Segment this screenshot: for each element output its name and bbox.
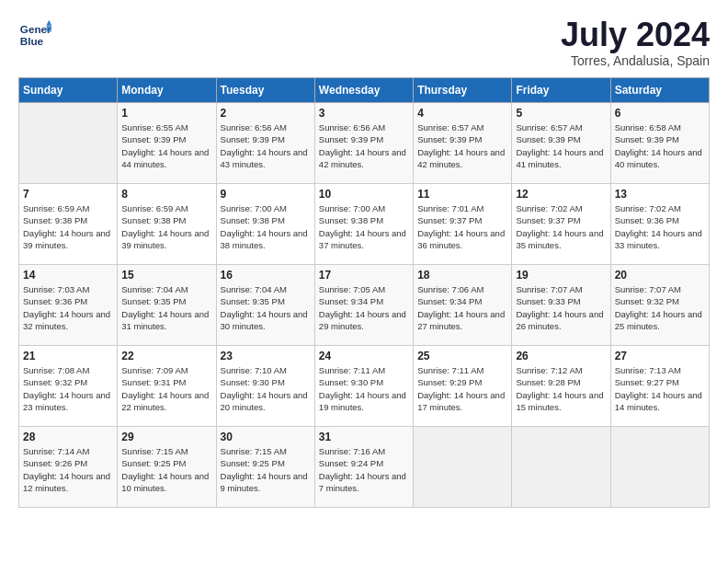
calendar-cell: 1 Sunrise: 6:55 AMSunset: 9:39 PMDayligh…: [118, 103, 216, 184]
day-number: 13: [615, 188, 705, 201]
calendar-cell: [19, 103, 118, 184]
day-number: 3: [319, 107, 409, 120]
day-number: 4: [417, 107, 507, 120]
weekday-header-saturday: Saturday: [610, 78, 709, 103]
calendar-cell: 17 Sunrise: 7:05 AMSunset: 9:34 PMDaylig…: [314, 265, 413, 346]
cell-info: Sunrise: 7:04 AMSunset: 9:35 PMDaylight:…: [121, 284, 209, 331]
cell-info: Sunrise: 7:00 AMSunset: 9:38 PMDaylight:…: [221, 203, 308, 250]
cell-info: Sunrise: 7:10 AMSunset: 9:30 PMDaylight:…: [221, 365, 308, 412]
month-year-title: July 2024: [561, 18, 710, 52]
calendar-cell: 28 Sunrise: 7:14 AMSunset: 9:26 PMDaylig…: [19, 427, 118, 508]
calendar-cell: 10 Sunrise: 7:00 AMSunset: 9:38 PMDaylig…: [314, 184, 413, 265]
cell-info: Sunrise: 6:59 AMSunset: 9:38 PMDaylight:…: [121, 203, 209, 250]
calendar-cell: 19 Sunrise: 7:07 AMSunset: 9:33 PMDaylig…: [512, 265, 610, 346]
day-number: 27: [615, 350, 705, 362]
cell-info: Sunrise: 7:16 AMSunset: 9:24 PMDaylight:…: [319, 446, 406, 493]
day-number: 17: [319, 269, 409, 282]
day-number: 19: [516, 269, 606, 282]
cell-info: Sunrise: 7:15 AMSunset: 9:25 PMDaylight:…: [121, 446, 209, 493]
day-number: 1: [121, 107, 211, 120]
day-number: 25: [417, 350, 507, 362]
day-number: 24: [319, 350, 409, 362]
calendar-cell: 20 Sunrise: 7:07 AMSunset: 9:32 PMDaylig…: [610, 265, 709, 346]
calendar-cell: 8 Sunrise: 6:59 AMSunset: 9:38 PMDayligh…: [118, 184, 216, 265]
calendar-cell: 21 Sunrise: 7:08 AMSunset: 9:32 PMDaylig…: [19, 346, 118, 427]
cell-info: Sunrise: 6:57 AMSunset: 9:39 PMDaylight:…: [516, 122, 603, 169]
cell-info: Sunrise: 7:11 AMSunset: 9:30 PMDaylight:…: [319, 365, 406, 412]
day-number: 15: [121, 269, 211, 282]
calendar-week-row: 28 Sunrise: 7:14 AMSunset: 9:26 PMDaylig…: [19, 427, 710, 508]
weekday-header-monday: Monday: [118, 78, 216, 103]
day-number: 20: [615, 269, 705, 282]
calendar-cell: 27 Sunrise: 7:13 AMSunset: 9:27 PMDaylig…: [610, 346, 709, 427]
calendar-cell: 29 Sunrise: 7:15 AMSunset: 9:25 PMDaylig…: [118, 427, 216, 508]
cell-info: Sunrise: 7:05 AMSunset: 9:34 PMDaylight:…: [319, 284, 406, 331]
cell-info: Sunrise: 6:58 AMSunset: 9:39 PMDaylight:…: [615, 122, 702, 169]
cell-info: Sunrise: 6:57 AMSunset: 9:39 PMDaylight:…: [417, 122, 505, 169]
day-number: 16: [221, 269, 311, 282]
weekday-header-thursday: Thursday: [414, 78, 512, 103]
day-number: 9: [221, 188, 311, 201]
day-number: 23: [221, 350, 311, 362]
calendar-cell: 24 Sunrise: 7:11 AMSunset: 9:30 PMDaylig…: [314, 346, 413, 427]
svg-marker-3: [47, 25, 51, 31]
calendar-cell: 11 Sunrise: 7:01 AMSunset: 9:37 PMDaylig…: [414, 184, 512, 265]
title-area: July 2024 Torres, Andalusia, Spain: [561, 18, 710, 68]
cell-info: Sunrise: 7:14 AMSunset: 9:26 PMDaylight:…: [23, 446, 110, 493]
day-number: 5: [516, 107, 606, 120]
day-number: 30: [221, 431, 311, 443]
calendar-week-row: 14 Sunrise: 7:03 AMSunset: 9:36 PMDaylig…: [19, 265, 710, 346]
calendar-cell: 18 Sunrise: 7:06 AMSunset: 9:34 PMDaylig…: [414, 265, 512, 346]
day-number: 21: [23, 350, 113, 362]
cell-info: Sunrise: 7:08 AMSunset: 9:32 PMDaylight:…: [23, 365, 110, 412]
calendar-week-row: 1 Sunrise: 6:55 AMSunset: 9:39 PMDayligh…: [19, 103, 710, 184]
day-number: 28: [23, 431, 113, 443]
calendar-cell: 13 Sunrise: 7:02 AMSunset: 9:36 PMDaylig…: [610, 184, 709, 265]
cell-info: Sunrise: 6:59 AMSunset: 9:38 PMDaylight:…: [23, 203, 110, 250]
calendar-cell: 31 Sunrise: 7:16 AMSunset: 9:24 PMDaylig…: [314, 427, 413, 508]
cell-info: Sunrise: 7:03 AMSunset: 9:36 PMDaylight:…: [23, 284, 110, 331]
calendar-week-row: 7 Sunrise: 6:59 AMSunset: 9:38 PMDayligh…: [19, 184, 710, 265]
day-number: 6: [615, 107, 705, 120]
cell-info: Sunrise: 7:07 AMSunset: 9:33 PMDaylight:…: [516, 284, 603, 331]
day-number: 18: [417, 269, 507, 282]
cell-info: Sunrise: 7:02 AMSunset: 9:36 PMDaylight:…: [615, 203, 702, 250]
day-number: 26: [516, 350, 606, 362]
calendar-table: SundayMondayTuesdayWednesdayThursdayFrid…: [18, 77, 710, 508]
calendar-cell: [610, 427, 709, 508]
calendar-cell: 26 Sunrise: 7:12 AMSunset: 9:28 PMDaylig…: [512, 346, 610, 427]
calendar-cell: 6 Sunrise: 6:58 AMSunset: 9:39 PMDayligh…: [610, 103, 709, 184]
cell-info: Sunrise: 6:55 AMSunset: 9:39 PMDaylight:…: [121, 122, 209, 169]
cell-info: Sunrise: 6:56 AMSunset: 9:39 PMDaylight:…: [221, 122, 308, 169]
day-number: 8: [121, 188, 211, 201]
calendar-cell: 2 Sunrise: 6:56 AMSunset: 9:39 PMDayligh…: [216, 103, 314, 184]
calendar-cell: 3 Sunrise: 6:56 AMSunset: 9:39 PMDayligh…: [314, 103, 413, 184]
cell-info: Sunrise: 7:11 AMSunset: 9:29 PMDaylight:…: [417, 365, 505, 412]
cell-info: Sunrise: 7:02 AMSunset: 9:37 PMDaylight:…: [516, 203, 603, 250]
calendar-cell: 14 Sunrise: 7:03 AMSunset: 9:36 PMDaylig…: [19, 265, 118, 346]
calendar-cell: [512, 427, 610, 508]
weekday-header-wednesday: Wednesday: [314, 78, 413, 103]
cell-info: Sunrise: 7:15 AMSunset: 9:25 PMDaylight:…: [221, 446, 308, 493]
day-number: 11: [417, 188, 507, 201]
day-number: 22: [121, 350, 211, 362]
calendar-cell: 16 Sunrise: 7:04 AMSunset: 9:35 PMDaylig…: [216, 265, 314, 346]
day-number: 14: [23, 269, 113, 282]
calendar-cell: 9 Sunrise: 7:00 AMSunset: 9:38 PMDayligh…: [216, 184, 314, 265]
calendar-cell: 25 Sunrise: 7:11 AMSunset: 9:29 PMDaylig…: [414, 346, 512, 427]
page-header: General Blue July 2024 Torres, Andalusia…: [18, 18, 710, 68]
location-subtitle: Torres, Andalusia, Spain: [561, 53, 710, 68]
calendar-cell: 22 Sunrise: 7:09 AMSunset: 9:31 PMDaylig…: [118, 346, 216, 427]
day-number: 10: [319, 188, 409, 201]
svg-text:Blue: Blue: [20, 35, 44, 47]
calendar-cell: 7 Sunrise: 6:59 AMSunset: 9:38 PMDayligh…: [19, 184, 118, 265]
generalblue-logo-icon: General Blue: [18, 18, 51, 52]
weekday-header-tuesday: Tuesday: [216, 78, 314, 103]
cell-info: Sunrise: 7:00 AMSunset: 9:38 PMDaylight:…: [319, 203, 406, 250]
weekday-header-row: SundayMondayTuesdayWednesdayThursdayFrid…: [19, 78, 710, 103]
day-number: 2: [221, 107, 311, 120]
calendar-cell: 12 Sunrise: 7:02 AMSunset: 9:37 PMDaylig…: [512, 184, 610, 265]
calendar-cell: [414, 427, 512, 508]
calendar-cell: 5 Sunrise: 6:57 AMSunset: 9:39 PMDayligh…: [512, 103, 610, 184]
cell-info: Sunrise: 7:13 AMSunset: 9:27 PMDaylight:…: [615, 365, 702, 412]
